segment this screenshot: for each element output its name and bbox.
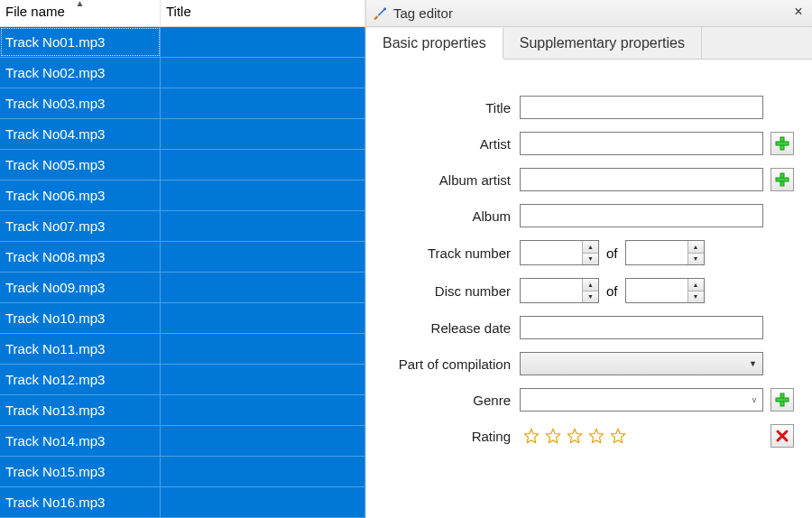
disc-number-field[interactable] — [521, 279, 582, 302]
release-date-input[interactable] — [520, 316, 763, 339]
table-row[interactable]: Track No01.mp3 — [0, 27, 365, 58]
col-header-title[interactable]: Title — [161, 0, 365, 26]
table-row[interactable]: Track No15.mp3 — [0, 457, 365, 487]
col-header-title-label: Title — [166, 4, 191, 19]
chevron-down-icon[interactable]: ▼ — [583, 291, 598, 303]
table-row[interactable]: Track No12.mp3 — [0, 365, 365, 395]
table-row[interactable]: Track No03.mp3 — [0, 88, 365, 119]
disc-of-label: of — [606, 283, 618, 299]
table-row[interactable]: Track No16.mp3 — [0, 487, 365, 518]
plus-icon — [775, 393, 789, 407]
track-number-spinner[interactable]: ▲▼ — [582, 241, 598, 264]
release-date-label: Release date — [366, 320, 511, 336]
tab-bar: Basic properties Supplementary propertie… — [366, 27, 812, 60]
cell-title — [161, 119, 365, 149]
track-total-field[interactable] — [626, 241, 687, 264]
cell-filename: Track No16.mp3 — [0, 487, 161, 517]
table-row[interactable]: Track No06.mp3 — [0, 180, 365, 211]
svg-rect-4 — [776, 178, 789, 181]
cell-filename: Track No10.mp3 — [0, 303, 161, 333]
cell-title — [161, 365, 365, 394]
chevron-down-icon[interactable]: v — [746, 389, 762, 411]
artist-label: Artist — [366, 136, 511, 152]
table-header: ▲ File name Title — [0, 0, 365, 27]
svg-rect-6 — [776, 398, 789, 402]
artist-input[interactable] — [520, 132, 763, 155]
cell-filename: Track No07.mp3 — [0, 211, 161, 241]
track-total-spinner[interactable]: ▲▼ — [687, 241, 704, 264]
file-table: ▲ File name Title Track No01.mp3Track No… — [0, 0, 366, 518]
disc-number-spinner[interactable]: ▲▼ — [582, 279, 598, 302]
star-icon[interactable] — [523, 428, 540, 444]
chevron-down-icon[interactable]: ▼ — [688, 254, 704, 265]
add-genre-button[interactable] — [770, 388, 794, 412]
track-of-label: of — [606, 245, 618, 261]
cell-title — [161, 273, 365, 302]
genre-combo[interactable]: v — [520, 388, 763, 412]
table-row[interactable]: Track No02.mp3 — [0, 58, 365, 88]
genre-input[interactable] — [521, 389, 746, 411]
cell-filename: Track No15.mp3 — [0, 457, 161, 486]
close-button[interactable]: × — [790, 4, 807, 20]
disc-total-spinner[interactable]: ▲▼ — [687, 279, 704, 302]
table-row[interactable]: Track No09.mp3 — [0, 273, 365, 303]
rating-label: Rating — [366, 429, 511, 444]
cell-filename: Track No01.mp3 — [0, 27, 161, 57]
table-row[interactable]: Track No11.mp3 — [0, 334, 365, 365]
cell-filename: Track No06.mp3 — [0, 180, 161, 210]
chevron-up-icon[interactable]: ▲ — [583, 279, 598, 291]
table-row[interactable]: Track No07.mp3 — [0, 211, 365, 242]
tag-editor-panel: Tag editor × Basic properties Supplement… — [366, 0, 812, 518]
table-row[interactable]: Track No05.mp3 — [0, 150, 365, 180]
chevron-down-icon[interactable]: ▼ — [583, 254, 598, 265]
table-row[interactable]: Track No08.mp3 — [0, 242, 365, 273]
tab-basic[interactable]: Basic properties — [366, 28, 503, 60]
cell-title — [161, 487, 365, 517]
add-album-artist-button[interactable] — [770, 168, 794, 191]
table-row[interactable]: Track No04.mp3 — [0, 119, 365, 150]
panel-header: Tag editor × — [366, 0, 812, 27]
rating-stars[interactable] — [520, 428, 626, 444]
track-total-input[interactable]: ▲▼ — [625, 240, 705, 265]
clear-rating-button[interactable] — [770, 424, 794, 448]
star-icon[interactable] — [545, 428, 561, 444]
sort-asc-icon: ▲ — [76, 0, 85, 8]
disc-number-input[interactable]: ▲▼ — [520, 278, 599, 303]
disc-total-field[interactable] — [626, 279, 687, 302]
album-input[interactable] — [520, 204, 763, 227]
track-number-field[interactable] — [521, 241, 582, 264]
compilation-dropdown[interactable]: ▼ — [520, 352, 763, 375]
album-artist-input[interactable] — [520, 168, 763, 191]
chevron-down-icon[interactable]: ▼ — [688, 291, 704, 303]
track-number-label: Track number — [366, 245, 511, 261]
tab-basic-label: Basic properties — [383, 35, 486, 51]
table-row[interactable]: Track No10.mp3 — [0, 303, 365, 334]
svg-point-0 — [383, 7, 386, 10]
cell-title — [161, 395, 365, 425]
cell-title — [161, 180, 365, 210]
plus-icon — [775, 172, 789, 187]
star-icon[interactable] — [588, 428, 604, 444]
add-artist-button[interactable] — [770, 132, 794, 155]
star-icon[interactable] — [610, 428, 626, 444]
cell-title — [161, 303, 365, 333]
table-row[interactable]: Track No14.mp3 — [0, 426, 365, 457]
tab-supplementary[interactable]: Supplementary properties — [503, 27, 702, 59]
track-number-input[interactable]: ▲▼ — [520, 240, 599, 265]
title-input[interactable] — [520, 96, 763, 119]
cell-filename: Track No02.mp3 — [0, 58, 161, 88]
star-icon[interactable] — [567, 428, 583, 444]
album-artist-label: Album artist — [366, 172, 511, 188]
disc-total-input[interactable]: ▲▼ — [625, 278, 705, 303]
disc-number-label: Disc number — [366, 283, 511, 299]
chevron-up-icon[interactable]: ▲ — [688, 241, 704, 254]
cell-filename: Track No09.mp3 — [0, 273, 161, 302]
title-label: Title — [366, 100, 511, 116]
chevron-up-icon[interactable]: ▲ — [583, 241, 598, 254]
chevron-up-icon[interactable]: ▲ — [688, 279, 704, 291]
album-label: Album — [366, 208, 511, 224]
table-row[interactable]: Track No13.mp3 — [0, 395, 365, 426]
chevron-down-icon: ▼ — [749, 359, 757, 368]
col-header-filename[interactable]: ▲ File name — [0, 0, 161, 26]
tab-supp-label: Supplementary properties — [520, 35, 685, 51]
